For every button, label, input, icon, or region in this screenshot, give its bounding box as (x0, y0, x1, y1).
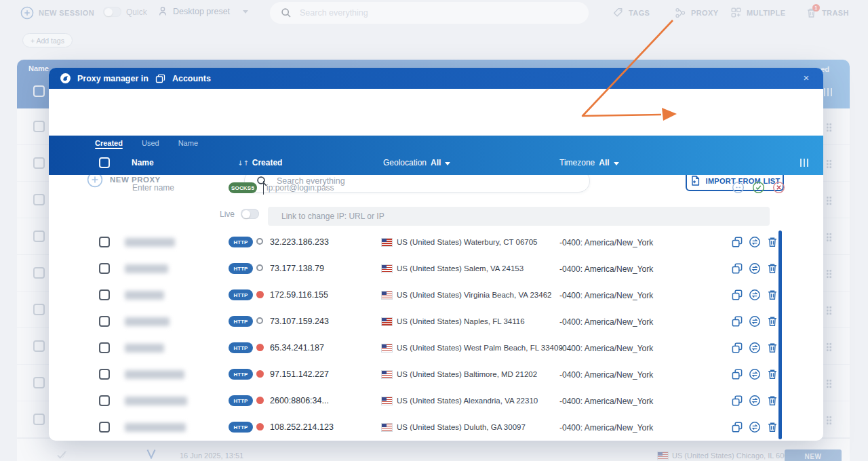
row-checkbox[interactable] (99, 342, 110, 353)
delete-icon[interactable] (766, 368, 778, 380)
tab-used[interactable]: Used (142, 139, 159, 147)
column-geolocation-filter[interactable]: Geolocation All (383, 158, 450, 167)
proxy-geolocation: US (United States) Duluth, GA 30097 (397, 423, 526, 431)
blurred-proxy-name (125, 397, 187, 405)
tab-name[interactable]: Name (178, 139, 198, 147)
row-checkbox[interactable] (99, 263, 110, 274)
row-checkbox[interactable] (99, 422, 110, 433)
proxy-timezone: -0400: America/New_York (559, 423, 653, 433)
protocol-badge-http: HTTP (229, 289, 253, 300)
proxy-ip: 172.59.116.155 (270, 290, 328, 300)
timezone-filter-value: All (599, 158, 609, 167)
copy-icon[interactable] (731, 262, 743, 275)
row-checkbox[interactable] (99, 369, 110, 380)
change-ip-icon[interactable] (749, 236, 761, 248)
text-cursor (263, 181, 264, 195)
blurred-proxy-name (125, 317, 170, 326)
change-ip-icon[interactable] (749, 342, 761, 354)
more-options-icon[interactable] (732, 181, 745, 194)
proxy-ip: 2600:8806:34... (270, 396, 329, 405)
proxy-ip: 108.252.214.123 (270, 422, 334, 432)
change-ip-icon[interactable] (749, 368, 761, 380)
proxy-timezone: -0400: America/New_York (559, 344, 653, 353)
table-row: HTTP 97.151.142.227 US (United States) B… (49, 361, 823, 388)
status-dot (256, 344, 264, 351)
table-scrollbar[interactable] (778, 230, 782, 439)
proxy-address-field[interactable]: ip:port@login:pass (267, 183, 334, 193)
protocol-badge-http: HTTP (229, 342, 253, 353)
delete-icon[interactable] (766, 421, 778, 433)
delete-icon[interactable] (766, 395, 778, 407)
copy-icon[interactable] (731, 236, 743, 248)
us-flag-icon (382, 424, 392, 431)
protocol-badge-http: HTTP (229, 316, 253, 327)
proxy-timezone: -0400: America/New_York (559, 264, 653, 274)
protocol-badge-http: HTTP (229, 369, 253, 380)
status-dot (256, 397, 264, 404)
blurred-proxy-name (125, 344, 164, 353)
table-row: HTTP 2600:8806:34... US (United States) … (49, 388, 823, 414)
app-logo-icon (60, 73, 71, 84)
column-timezone-filter[interactable]: Timezone All (559, 158, 619, 167)
proxy-timezone: -0400: America/New_York (559, 370, 653, 380)
select-all-checkbox[interactable] (99, 157, 110, 168)
proxy-table-header: Created Used Name Name ↓↑ Created Geoloc… (49, 136, 823, 175)
change-ip-icon[interactable] (749, 315, 761, 327)
us-flag-icon (382, 397, 392, 405)
copy-icon[interactable] (731, 395, 743, 407)
tab-created[interactable]: Created (95, 139, 123, 147)
column-name[interactable]: Name (132, 158, 154, 167)
copy-icon[interactable] (731, 315, 743, 327)
status-dot (256, 317, 263, 324)
delete-icon[interactable] (766, 315, 778, 327)
copy-icon[interactable] (731, 342, 743, 354)
table-row: HTTP 65.34.241.187 US (United States) We… (49, 335, 823, 361)
delete-icon[interactable] (766, 236, 778, 248)
blurred-proxy-name (125, 423, 186, 432)
row-checkbox[interactable] (99, 237, 110, 247)
copy-icon[interactable] (731, 289, 743, 301)
cancel-x-icon[interactable] (772, 181, 785, 194)
proxy-ip: 97.151.142.227 (270, 369, 329, 379)
change-ip-link-field[interactable]: Link to change IP: URL or IP (268, 207, 770, 226)
proxy-ip: 73.107.159.243 (270, 317, 329, 326)
chevron-down-icon (614, 162, 619, 165)
change-ip-icon[interactable] (749, 289, 761, 301)
row-checkbox[interactable] (99, 395, 110, 406)
copy-icon[interactable] (731, 368, 743, 380)
proxy-name-field[interactable]: Enter name (132, 183, 174, 193)
save-check-icon[interactable] (752, 181, 765, 194)
delete-icon[interactable] (766, 262, 778, 275)
proxy-ip: 73.177.138.79 (270, 264, 324, 273)
delete-icon[interactable] (766, 342, 778, 354)
column-created[interactable]: ↓↑ Created (237, 158, 282, 167)
proxy-geolocation: US (United States) Alexandria, VA 22310 (397, 397, 538, 405)
close-icon[interactable]: × (799, 71, 814, 85)
protocol-badge-socks5[interactable]: SOCKS5 (229, 182, 257, 193)
live-toggle[interactable] (241, 209, 259, 219)
column-geolocation-label: Geolocation (383, 158, 427, 167)
live-label: Live (220, 209, 235, 219)
change-ip-icon[interactable] (749, 262, 761, 275)
columns-settings-icon[interactable] (800, 159, 809, 167)
us-flag-icon (382, 371, 392, 378)
proxy-geolocation: US (United States) Salem, VA 24153 (397, 264, 524, 273)
copy-icon[interactable] (731, 421, 743, 433)
delete-icon[interactable] (766, 289, 778, 301)
change-ip-icon[interactable] (749, 395, 761, 407)
modal-context: Accounts (172, 74, 211, 83)
row-checkbox[interactable] (99, 316, 110, 327)
proxy-timezone: -0400: America/New_York (559, 317, 653, 327)
change-ip-icon[interactable] (749, 421, 761, 433)
proxy-manager-modal: Proxy manager in Accounts × NEW PROXY Se… (49, 68, 823, 441)
proxy-geolocation: US (United States) Virginia Beach, VA 23… (397, 291, 551, 299)
modal-title: Proxy manager in (77, 74, 149, 83)
protocol-badge-http: HTTP (229, 263, 253, 274)
new-proxy-row: Enter name SOCKS5 ip:port@login:pass (49, 175, 823, 202)
chevron-down-icon (445, 162, 450, 165)
proxy-geolocation: US (United States) Waterbury, CT 06705 (397, 238, 538, 246)
row-checkbox[interactable] (99, 289, 110, 300)
table-row: HTTP 108.252.214.123 US (United States) … (49, 414, 823, 441)
proxy-row-list: HTTP 32.223.186.233 US (United States) W… (49, 229, 823, 441)
us-flag-icon (382, 239, 392, 246)
